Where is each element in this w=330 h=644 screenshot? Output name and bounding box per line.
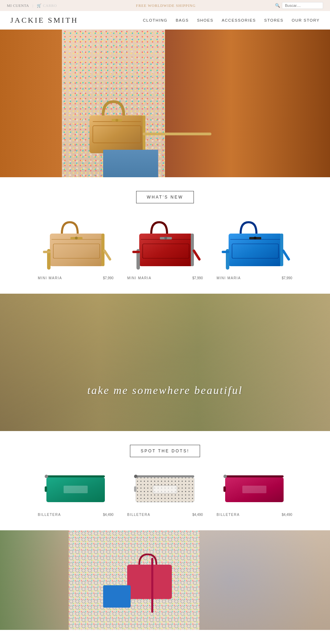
svg-line-34 — [283, 251, 289, 259]
svg-point-12 — [75, 237, 78, 239]
svg-rect-47 — [134, 486, 136, 492]
svg-rect-23 — [132, 251, 140, 253]
whats-new-section: WHAT'S NEW — [0, 177, 330, 214]
wallet-info-3: BILLETERA $4,490 — [215, 513, 294, 517]
search-icon: 🔍 — [275, 3, 280, 8]
bag-tan-svg — [43, 218, 108, 271]
bag-blue-svg — [222, 218, 287, 271]
wallet-price-1: $4,490 — [103, 513, 113, 517]
main-nav: CLOTHING BAGS SHOES ACCESSORIES STORES O… — [143, 18, 320, 22]
svg-rect-7 — [143, 133, 211, 135]
bag-red-svg — [132, 218, 198, 271]
search-area: 🔍 — [275, 2, 323, 9]
product-info-1: MINI MARIA $7,990 — [36, 276, 115, 280]
svg-rect-46 — [153, 486, 177, 493]
nav-item-accessories[interactable]: ACCESSORIES — [222, 18, 256, 22]
whats-new-title: WHAT'S NEW — [136, 191, 194, 203]
nav-item-clothing[interactable]: CLOTHING — [143, 18, 167, 22]
svg-line-25 — [194, 251, 199, 259]
site-logo[interactable]: JACKIE SMITH — [10, 16, 78, 25]
svg-rect-61 — [103, 585, 131, 608]
svg-point-5 — [116, 119, 118, 122]
wallet-name-1: BILLETERA — [38, 513, 61, 517]
wallet-image-1[interactable] — [41, 471, 110, 509]
top-bar-left: MI CUENTA | 🛒 CARRO — [7, 3, 57, 8]
wallet-card-3: BILLETERA $4,490 — [215, 471, 294, 517]
product-info-2: MINI MARIA $7,990 — [125, 276, 205, 280]
search-input[interactable] — [282, 2, 323, 9]
wallet-name-2: BILLETERA — [127, 513, 150, 517]
product-price-1: $7,990 — [103, 276, 113, 280]
nav-item-stores[interactable]: STORES — [264, 18, 283, 22]
wallet-image-3[interactable] — [220, 471, 289, 509]
wallet-fuchsia-svg — [222, 473, 287, 507]
lifestyle-banner: take me somewhere beautiful — [0, 294, 330, 431]
product-grid-bags: MINI MARIA $7,990 — [0, 214, 330, 294]
product-name-3: MINI MARIA — [217, 276, 241, 280]
wallet-price-2: $4,490 — [192, 513, 203, 517]
svg-rect-14 — [43, 251, 51, 253]
hero-banner — [0, 30, 330, 177]
bottom-banner — [0, 530, 330, 630]
svg-rect-42 — [136, 475, 194, 477]
cart-link[interactable]: 🛒 CARRO — [37, 3, 57, 8]
product-price-2: $7,990 — [192, 276, 203, 280]
cart-icon: 🛒 — [37, 3, 42, 8]
product-name-2: MINI MARIA — [127, 276, 152, 280]
svg-rect-32 — [222, 251, 229, 253]
svg-point-21 — [164, 237, 167, 239]
site-header: JACKIE SMITH CLOTHING BAGS SHOES ACCESSO… — [0, 11, 330, 30]
wallet-image-2[interactable] — [131, 471, 199, 509]
product-price-3: $7,990 — [282, 276, 292, 280]
svg-rect-38 — [64, 486, 88, 493]
product-image-3[interactable] — [220, 217, 289, 272]
svg-point-30 — [254, 237, 256, 239]
nav-item-ourstory[interactable]: OUR STORY — [292, 18, 320, 22]
wallet-info-1: BILLETERA $4,490 — [36, 513, 115, 517]
svg-rect-62 — [151, 558, 153, 613]
spot-dots-title: SPOT THE DOTS! — [130, 445, 200, 457]
wallet-name-3: BILLETERA — [217, 513, 240, 517]
wallet-card-2: BILLETERA $4,490 — [125, 471, 205, 517]
hero-bag-illustration — [82, 98, 151, 157]
svg-rect-35 — [46, 475, 105, 477]
svg-rect-39 — [45, 486, 47, 492]
product-info-3: MINI MARIA $7,990 — [215, 276, 294, 280]
product-card-1: MINI MARIA $7,990 — [36, 217, 115, 280]
product-card-3: MINI MARIA $7,990 — [215, 217, 294, 280]
lifestyle-tagline: take me somewhere beautiful — [0, 384, 330, 397]
shipping-promo: FREE WORLDWIDE SHIPPING — [136, 3, 196, 8]
account-link[interactable]: MI CUENTA — [7, 3, 29, 8]
nav-item-shoes[interactable]: SHOES — [197, 18, 213, 22]
wallet-info-2: BILLETERA $4,490 — [125, 513, 205, 517]
product-name-1: MINI MARIA — [38, 276, 62, 280]
wallet-price-3: $4,490 — [282, 513, 292, 517]
wallet-dotted-svg — [132, 473, 198, 507]
hero-jeans — [103, 150, 158, 177]
svg-rect-48 — [225, 475, 284, 477]
product-grid-wallets: BILLETERA $4,490 — [0, 467, 330, 530]
wallet-card-1: BILLETERA $4,490 — [36, 471, 115, 517]
spot-dots-section: SPOT THE DOTS! — [0, 431, 330, 467]
svg-rect-52 — [223, 486, 226, 492]
wallet-teal-svg — [43, 473, 108, 507]
product-image-2[interactable] — [131, 217, 199, 272]
svg-rect-60 — [127, 565, 172, 599]
svg-line-16 — [104, 251, 110, 259]
product-card-2: MINI MARIA $7,990 — [125, 217, 205, 280]
svg-rect-51 — [242, 486, 266, 493]
nav-item-bags[interactable]: BAGS — [176, 18, 189, 22]
top-bar: MI CUENTA | 🛒 CARRO FREE WORLDWIDE SHIPP… — [0, 0, 330, 11]
product-image-1[interactable] — [41, 217, 110, 272]
